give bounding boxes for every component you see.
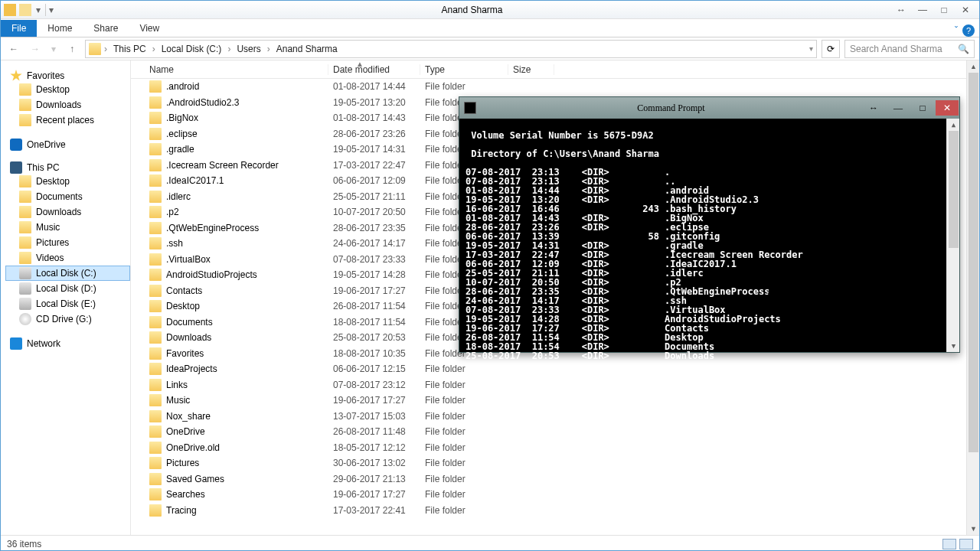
cmd-minimize-button[interactable]: — [887, 100, 910, 116]
up-button[interactable]: ↑ [64, 41, 80, 57]
view-switcher[interactable] [942, 539, 973, 549]
icons-view-icon[interactable] [959, 539, 973, 549]
onedrive-header[interactable]: OneDrive [5, 139, 130, 151]
navpane-item[interactable]: Downloads [5, 204, 130, 220]
column-headers[interactable]: ▲ Name Date modified Type Size [131, 60, 979, 79]
folder-icon [149, 425, 162, 438]
file-type: File folder [420, 395, 508, 406]
recent-button[interactable]: ▾ [48, 41, 59, 57]
cmd-icon [464, 102, 476, 114]
back-button[interactable]: ← [5, 41, 22, 57]
chevron-right-icon[interactable]: › [267, 44, 270, 54]
item-icon [19, 114, 31, 126]
cmd-maximize-button[interactable]: □ [911, 100, 934, 116]
help-icon[interactable]: ? [962, 24, 975, 37]
list-item[interactable]: .android01-08-2017 14:44File folder [131, 79, 979, 95]
favorites-header[interactable]: Favorites [5, 70, 130, 82]
file-type: File folder [420, 474, 508, 484]
folder-icon [149, 394, 162, 406]
navpane-item[interactable]: Local Disk (D:) [5, 281, 130, 296]
nav-pane[interactable]: Favorites DesktopDownloadsRecent places … [1, 60, 131, 535]
scroll-up-icon[interactable]: ▲ [967, 60, 979, 73]
thispc-header[interactable]: This PC [5, 161, 130, 174]
address-dropdown-icon[interactable]: ▾ [809, 44, 813, 53]
navpane-item[interactable]: Pictures [5, 235, 130, 250]
cmd-body[interactable]: Volume Serial Number is 5675-D9A2 Direct… [459, 119, 959, 352]
list-item[interactable]: Pictures30-06-2017 13:02File folder [131, 455, 979, 471]
list-item[interactable]: OneDrive26-08-2017 11:48File folder [131, 424, 979, 440]
network-header[interactable]: Network [5, 337, 130, 350]
crumb-users[interactable]: Users [234, 42, 263, 56]
file-name: Links [166, 380, 188, 390]
maximize-button[interactable]: □ [933, 2, 955, 18]
cmd-fullscreen-button[interactable]: ↔ [862, 100, 885, 116]
navpane-item[interactable]: CD Drive (G:) [5, 311, 130, 327]
details-view-icon[interactable] [942, 539, 956, 549]
file-name: .eclipse [166, 129, 198, 139]
file-date: 19-06-2017 17:27 [328, 489, 420, 500]
minimize-button[interactable]: — [912, 2, 933, 18]
list-item[interactable]: Nox_share13-07-2017 15:03File folder [131, 409, 979, 425]
navpane-item[interactable]: Videos [5, 250, 130, 266]
scroll-thumb[interactable] [969, 73, 978, 452]
list-item[interactable]: Saved Games29-06-2017 21:13File folder [131, 471, 979, 487]
refresh-button[interactable]: ⟳ [822, 40, 840, 58]
scroll-up-icon[interactable]: ▲ [947, 119, 960, 131]
tab-view[interactable]: View [129, 20, 170, 37]
list-item[interactable]: Links07-08-2017 23:12File folder [131, 377, 979, 393]
titlebar[interactable]: ▾ ▾ Anand Sharma ↔ — □ ✕ [1, 1, 979, 19]
list-item[interactable]: Tracing17-03-2017 22:41File folder [131, 503, 979, 519]
navpane-item[interactable]: Desktop [5, 82, 130, 97]
file-date: 19-05-2017 13:20 [328, 97, 420, 108]
navpane-item[interactable]: Local Disk (C:) [5, 266, 130, 281]
sort-indicator-icon: ▲ [356, 60, 364, 68]
tab-home[interactable]: Home [37, 20, 83, 37]
crumb-thispc[interactable]: This PC [110, 42, 149, 56]
scroll-thumb[interactable] [949, 131, 959, 248]
navpane-item[interactable]: Desktop [5, 174, 130, 189]
cmd-titlebar[interactable]: Command Prompt ↔ — □ ✕ [459, 97, 959, 119]
navpane-item[interactable]: Documents [5, 189, 130, 204]
qat-customize-icon[interactable]: ▾ [36, 5, 41, 15]
col-date[interactable]: Date modified [328, 64, 420, 75]
crumb-current[interactable]: Anand Sharma [273, 42, 341, 56]
file-date: 18-08-2017 11:54 [328, 317, 420, 328]
scroll-down-icon[interactable]: ▼ [947, 340, 960, 352]
new-folder-icon[interactable] [19, 4, 31, 16]
close-button[interactable]: ✕ [955, 2, 976, 18]
cmd-scrollbar[interactable]: ▲ ▼ [946, 119, 959, 352]
ribbon-expand-icon[interactable]: ˇ [955, 25, 958, 36]
item-icon [19, 175, 31, 187]
forward-button[interactable]: → [27, 41, 44, 57]
cmd-window[interactable]: Command Prompt ↔ — □ ✕ Volume Serial Num… [459, 96, 960, 353]
search-input[interactable]: Search Anand Sharma 🔍 [844, 40, 975, 58]
file-name: Music [166, 395, 190, 406]
file-name: Saved Games [166, 474, 224, 484]
col-type[interactable]: Type [420, 64, 508, 75]
chevron-right-icon[interactable]: › [104, 44, 107, 54]
navpane-item[interactable]: Local Disk (E:) [5, 296, 130, 311]
col-name[interactable]: Name [145, 64, 328, 75]
folder-icon [149, 128, 162, 140]
tab-share[interactable]: Share [83, 20, 129, 37]
list-item[interactable]: Searches19-06-2017 17:27File folder [131, 487, 979, 503]
explorer-window: ▾ ▾ Anand Sharma ↔ — □ ✕ File Home Share… [0, 0, 980, 551]
col-size[interactable]: Size [508, 64, 554, 75]
navpane-item[interactable]: Music [5, 220, 130, 235]
scroll-down-icon[interactable]: ▼ [967, 523, 979, 535]
thispc-label: This PC [27, 162, 60, 173]
fullscreen-button[interactable]: ↔ [890, 2, 912, 18]
list-item[interactable]: Music19-06-2017 17:27File folder [131, 393, 979, 409]
navpane-item[interactable]: Downloads [5, 97, 130, 112]
chevron-right-icon[interactable]: › [152, 44, 155, 54]
cmd-close-button[interactable]: ✕ [936, 100, 959, 116]
file-name: Downloads [166, 332, 211, 343]
list-item[interactable]: OneDrive.old18-05-2017 12:12File folder [131, 440, 979, 456]
list-item[interactable]: IdeaProjects06-06-2017 12:15File folder [131, 361, 979, 377]
crumb-c[interactable]: Local Disk (C:) [158, 42, 225, 56]
file-tab[interactable]: File [1, 20, 37, 37]
scrollbar[interactable]: ▲ ▼ [966, 60, 979, 535]
chevron-right-icon[interactable]: › [227, 44, 230, 54]
navpane-item[interactable]: Recent places [5, 112, 130, 128]
address-bar[interactable]: › This PC › Local Disk (C:) › Users › An… [85, 40, 817, 58]
